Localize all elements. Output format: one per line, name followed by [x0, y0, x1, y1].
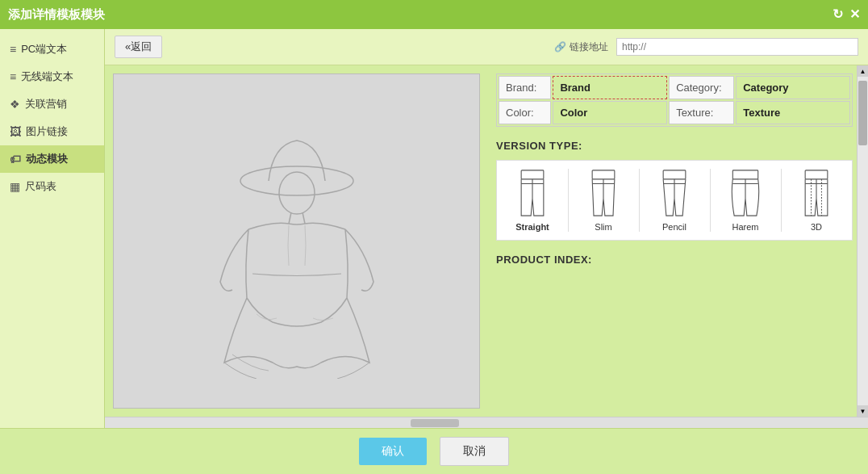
- menu-icon-mobile: ≡: [10, 70, 16, 83]
- version-item-pencil[interactable]: Pencil: [639, 161, 710, 240]
- svg-line-3: [303, 212, 305, 224]
- version-label-slim: Slim: [595, 222, 611, 232]
- main-content: «返回 🔗 链接地址: [105, 29, 868, 428]
- texture-value: Texture: [736, 101, 850, 124]
- color-value: Color: [553, 101, 667, 124]
- texture-label: Texture:: [669, 101, 734, 124]
- sidebar-label-marketing: 关联营销: [25, 97, 67, 111]
- category-label: Category:: [669, 76, 734, 99]
- version-item-slim[interactable]: Slim: [568, 161, 639, 240]
- svg-point-1: [279, 172, 315, 214]
- sketch-image: [114, 74, 479, 408]
- sidebar-item-pc[interactable]: ≡ PC端文本: [0, 36, 104, 63]
- pants-straight-icon: [516, 169, 549, 217]
- dialog-container: 添加详情模板模块 ↻ ✕ ≡ PC端文本 ≡ 无线端文本 ❖ 关联营销 🖼 图片…: [0, 0, 868, 474]
- menu-icon-sizechart: ▦: [10, 180, 20, 193]
- refresh-icon[interactable]: ↻: [833, 8, 843, 21]
- sidebar-item-mobile[interactable]: ≡ 无线端文本: [0, 63, 104, 90]
- cancel-button[interactable]: 取消: [440, 437, 509, 466]
- menu-icon-dynamic: 🏷: [10, 153, 21, 166]
- scroll-up-button[interactable]: ▲: [858, 65, 869, 77]
- vertical-scrollbar[interactable]: ▲ ▼: [857, 65, 868, 417]
- brand-label: Brand:: [499, 76, 551, 99]
- title-bar-actions: ↻ ✕: [833, 8, 860, 21]
- sidebar-label-mobile: 无线端文本: [21, 69, 73, 84]
- svg-rect-10: [663, 170, 686, 179]
- link-input[interactable]: [616, 38, 858, 56]
- confirm-button[interactable]: 确认: [359, 438, 427, 465]
- version-label-straight: Straight: [515, 222, 549, 232]
- sidebar-item-imglink[interactable]: 🖼 图片链接: [0, 118, 104, 145]
- svg-point-0: [240, 166, 353, 195]
- right-panel-wrapper: Brand: Brand Category: Category Color: C…: [488, 65, 868, 417]
- horizontal-scrollbar[interactable]: [105, 417, 868, 428]
- dialog-title: 添加详情模板模块: [8, 7, 105, 23]
- pants-3d-icon: [800, 169, 833, 217]
- color-label: Color:: [499, 101, 551, 124]
- sidebar-label-sizechart: 尺码表: [25, 179, 56, 194]
- svg-line-2: [289, 212, 291, 224]
- content-area: Brand: Brand Category: Category Color: C…: [105, 65, 868, 417]
- sidebar-item-marketing[interactable]: ❖ 关联营销: [0, 90, 104, 118]
- version-item-harem[interactable]: Harem: [710, 161, 781, 240]
- menu-icon-imglink: 🖼: [10, 125, 21, 138]
- sidebar-item-dynamic[interactable]: 🏷 动态模块: [0, 145, 104, 173]
- version-item-straight[interactable]: Straight: [497, 161, 568, 240]
- version-type-section: VERSION TYPE:: [496, 140, 853, 241]
- version-type-title: VERSION TYPE:: [496, 140, 853, 152]
- scroll-thumb[interactable]: [858, 81, 867, 145]
- close-icon[interactable]: ✕: [849, 8, 860, 21]
- link-label-group: 🔗 链接地址: [554, 40, 608, 54]
- product-index-section: PRODUCT INDEX:: [496, 254, 853, 266]
- svg-rect-4: [521, 170, 544, 179]
- brand-value: Brand: [553, 76, 667, 99]
- right-panel: Brand: Brand Category: Category Color: C…: [488, 65, 857, 417]
- version-label-3d: 3D: [811, 222, 822, 232]
- pants-pencil-icon: [658, 169, 691, 217]
- link-label-text: 链接地址: [570, 40, 608, 54]
- title-bar: 添加详情模板模块 ↻ ✕: [0, 0, 868, 29]
- sidebar-label-pc: PC端文本: [21, 42, 67, 57]
- image-panel: [113, 73, 480, 409]
- version-item-3d[interactable]: 3D: [781, 161, 852, 240]
- sidebar: ≡ PC端文本 ≡ 无线端文本 ❖ 关联营销 🖼 图片链接 🏷 动态模块 ▦ 尺: [0, 29, 105, 428]
- back-button[interactable]: «返回: [115, 36, 162, 58]
- sidebar-label-imglink: 图片链接: [26, 124, 68, 139]
- version-label-pencil: Pencil: [662, 222, 686, 232]
- svg-rect-13: [732, 170, 757, 179]
- menu-icon-pc: ≡: [10, 43, 16, 56]
- scroll-down-button[interactable]: ▼: [858, 405, 869, 417]
- version-label-harem: Harem: [732, 222, 758, 232]
- link-icon: 🔗: [554, 41, 566, 52]
- pants-harem-icon: [729, 169, 762, 217]
- menu-icon-marketing: ❖: [10, 98, 20, 111]
- svg-rect-16: [805, 170, 828, 179]
- footer: 确认 取消: [0, 428, 868, 474]
- svg-rect-7: [592, 170, 615, 179]
- toolbar: «返回 🔗 链接地址: [105, 29, 868, 65]
- sidebar-item-sizechart[interactable]: ▦ 尺码表: [0, 173, 104, 200]
- scroll-track: [858, 77, 868, 405]
- horizontal-scroll-thumb[interactable]: [411, 419, 459, 427]
- pants-slim-icon: [587, 169, 620, 217]
- product-info-table: Brand: Brand Category: Category Color: C…: [496, 73, 853, 127]
- category-value: Category: [736, 76, 850, 99]
- fashion-sketch-svg: [184, 104, 410, 379]
- product-index-title: PRODUCT INDEX:: [496, 254, 853, 266]
- dialog-body: ≡ PC端文本 ≡ 无线端文本 ❖ 关联营销 🖼 图片链接 🏷 动态模块 ▦ 尺: [0, 29, 868, 428]
- version-type-grid: Straight: [496, 160, 853, 241]
- sidebar-label-dynamic: 动态模块: [26, 152, 68, 166]
